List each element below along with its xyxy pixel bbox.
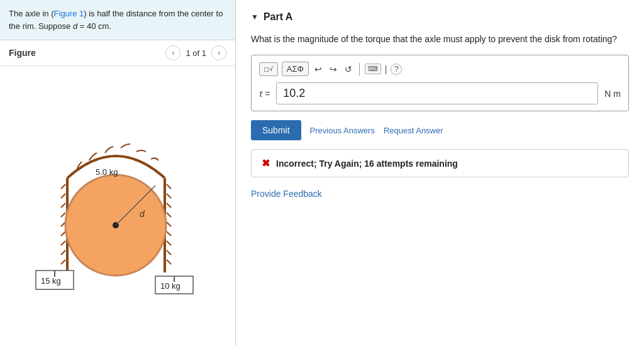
svg-line-7 bbox=[61, 232, 65, 236]
prev-figure-button[interactable]: ‹ bbox=[165, 45, 180, 60]
figure-label: Figure bbox=[9, 48, 36, 58]
reset-button[interactable]: ↺ bbox=[343, 63, 354, 75]
svg-text:d: d bbox=[140, 209, 145, 219]
problem-statement: The axle in (Figure 1) is half the dista… bbox=[0, 0, 235, 40]
problem-equals: = 40 cm. bbox=[77, 21, 111, 31]
pipe-separator: | bbox=[385, 64, 387, 74]
svg-line-13 bbox=[167, 203, 171, 208]
svg-line-14 bbox=[167, 213, 171, 217]
next-figure-button[interactable]: › bbox=[211, 45, 226, 60]
svg-line-15 bbox=[167, 222, 171, 226]
svg-text:5.0 kg: 5.0 kg bbox=[96, 167, 118, 177]
provide-feedback-link[interactable]: Provide Feedback bbox=[251, 189, 322, 199]
help-button[interactable]: ? bbox=[391, 64, 402, 75]
collapse-icon[interactable]: ▼ bbox=[251, 13, 258, 21]
svg-line-5 bbox=[61, 213, 65, 217]
svg-line-18 bbox=[167, 250, 171, 255]
left-panel: The axle in (Figure 1) is half the dista… bbox=[0, 0, 236, 346]
svg-line-12 bbox=[167, 194, 171, 198]
feedback-box: ✖ Incorrect; Try Again; 16 attempts rema… bbox=[251, 149, 629, 177]
toolbar: □√ AΣΦ ↩ ↪ ↺ ⌨ | ? bbox=[259, 62, 621, 76]
svg-line-2 bbox=[61, 184, 65, 189]
incorrect-icon: ✖ bbox=[262, 157, 270, 169]
svg-line-11 bbox=[167, 184, 171, 189]
svg-line-8 bbox=[61, 241, 65, 245]
redo-button[interactable]: ↪ bbox=[328, 63, 339, 75]
undo-button[interactable]: ↩ bbox=[313, 63, 324, 75]
question-text: What is the magnitude of the torque that… bbox=[251, 33, 629, 46]
pagination-text: 1 of 1 bbox=[186, 48, 206, 58]
svg-text:10 kg: 10 kg bbox=[160, 281, 180, 291]
symbol-label: AΣΦ bbox=[287, 64, 304, 74]
figure-area: d 5.0 kg 15 kg 10 kg bbox=[0, 66, 235, 346]
svg-line-17 bbox=[167, 241, 171, 245]
symbol-button[interactable]: AΣΦ bbox=[282, 62, 309, 76]
svg-line-19 bbox=[167, 260, 171, 264]
figure-nav: Figure ‹ 1 of 1 › bbox=[0, 40, 235, 66]
request-answer-link[interactable]: Request Answer bbox=[384, 126, 443, 135]
unit-label: N m bbox=[604, 89, 621, 99]
feedback-text: Incorrect; Try Again; 16 attempts remain… bbox=[276, 159, 458, 169]
input-row: τ = N m bbox=[259, 82, 621, 104]
svg-line-9 bbox=[61, 250, 65, 255]
sqrt-button[interactable]: □√ bbox=[259, 62, 278, 76]
part-header: ▼ Part A bbox=[251, 11, 629, 23]
figure-svg: d 5.0 kg 15 kg 10 kg bbox=[20, 115, 215, 298]
answer-box: □√ AΣΦ ↩ ↪ ↺ ⌨ | ? τ = N m bbox=[251, 55, 629, 111]
svg-text:15 kg: 15 kg bbox=[41, 276, 61, 286]
part-title: Part A bbox=[264, 11, 293, 23]
figure-pagination: ‹ 1 of 1 › bbox=[165, 45, 226, 60]
answer-input[interactable] bbox=[276, 82, 598, 104]
svg-line-10 bbox=[61, 260, 65, 264]
action-row: Submit Previous Answers Request Answer bbox=[251, 120, 629, 140]
figure-link[interactable]: Figure 1 bbox=[54, 9, 84, 18]
sqrt-icon: □√ bbox=[264, 65, 273, 74]
submit-button[interactable]: Submit bbox=[251, 120, 301, 140]
previous-answers-link[interactable]: Previous Answers bbox=[310, 126, 375, 135]
svg-line-16 bbox=[167, 232, 171, 236]
right-panel: ▼ Part A What is the magnitude of the to… bbox=[236, 0, 644, 346]
problem-text-before: The axle in ( bbox=[9, 9, 54, 18]
svg-line-4 bbox=[61, 203, 65, 208]
toolbar-divider bbox=[359, 63, 360, 75]
svg-line-3 bbox=[61, 194, 65, 198]
tau-label: τ = bbox=[259, 89, 270, 99]
keyboard-button[interactable]: ⌨ bbox=[365, 64, 381, 74]
